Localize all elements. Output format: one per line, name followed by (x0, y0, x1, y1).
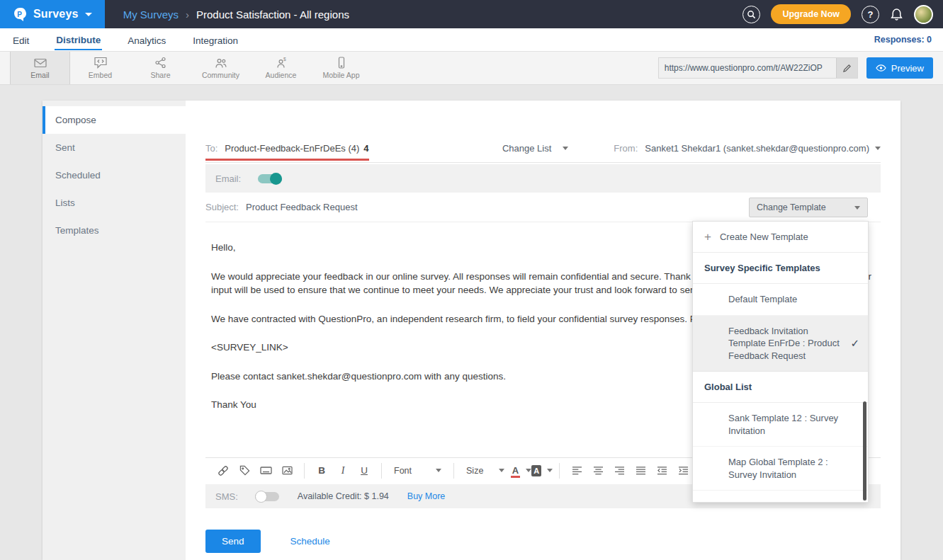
subject-label: Subject: (205, 202, 239, 212)
font-size-dropdown[interactable]: Size (461, 466, 510, 476)
channel-audience[interactable]: $ Audience (251, 52, 311, 84)
change-template-dropdown-menu: + Create New Template Survey Specific Te… (692, 221, 869, 503)
sidebar-item-compose[interactable]: Compose (43, 106, 186, 134)
sidebar-item-lists[interactable]: Lists (43, 189, 186, 217)
tab-integration[interactable]: Integration (191, 30, 239, 50)
chevron-down-icon (526, 469, 531, 472)
align-justify-icon[interactable] (630, 462, 651, 480)
change-template-label: Change Template (757, 202, 826, 212)
toolbar-separator (453, 463, 454, 479)
product-menu-label: Surveys (33, 8, 79, 21)
toolbar-separator (559, 463, 560, 479)
toggle-knob (255, 491, 267, 503)
italic-button[interactable]: I (332, 462, 354, 480)
tab-edit[interactable]: Edit (11, 30, 30, 50)
change-list-dropdown[interactable]: Change List (502, 143, 568, 154)
subject-input[interactable]: Product Feedback Request (246, 202, 358, 212)
buy-more-link[interactable]: Buy More (407, 491, 446, 501)
sidebar-item-scheduled[interactable]: Scheduled (43, 161, 186, 189)
surveys-product-menu[interactable]: P Surveys (0, 0, 105, 28)
bold-button[interactable]: B (311, 462, 332, 480)
dropdown-scrollbar[interactable] (863, 401, 866, 501)
page-title: Product Satisfaction - All regions (196, 8, 349, 21)
user-avatar[interactable] (914, 5, 933, 24)
insert-link-icon[interactable] (213, 462, 234, 480)
email-toggle-row: Email: (205, 164, 881, 193)
underline-button[interactable]: U (354, 462, 375, 480)
breadcrumb-my-surveys[interactable]: My Surveys (123, 8, 179, 21)
insert-image-icon[interactable] (276, 462, 298, 480)
survey-specific-templates-header: Survey Specific Templates (693, 253, 868, 284)
sidebar-item-sent[interactable]: Sent (43, 134, 186, 161)
channel-mobile-app[interactable]: Mobile App (311, 52, 371, 84)
email-toggle[interactable] (258, 174, 282, 183)
align-left-icon[interactable] (566, 462, 587, 480)
help-icon[interactable]: ? (862, 6, 879, 23)
size-label: Size (466, 466, 483, 476)
email-sidebar: Compose Sent Scheduled Lists Templates (43, 101, 186, 560)
font-label: Font (394, 466, 412, 476)
top-bar: P Surveys My Surveys › Product Satisfact… (0, 0, 943, 28)
pencil-icon (842, 64, 852, 73)
to-recipient-count: 4 (363, 143, 368, 154)
channel-email[interactable]: Email (10, 52, 70, 84)
compose-actions: Send Schedule (205, 530, 881, 553)
schedule-link[interactable]: Schedule (290, 536, 330, 547)
outdent-icon[interactable] (651, 462, 672, 480)
tag-icon[interactable] (234, 462, 255, 480)
tab-analytics[interactable]: Analytics (126, 30, 167, 50)
survey-nav-tabs: Edit Distribute Analytics Integration Re… (0, 28, 943, 52)
channel-share[interactable]: Share (130, 52, 191, 84)
template-item-map-global-template-2[interactable]: Map Global Template 2 : Survey Invitatio… (693, 447, 868, 491)
sms-label: SMS: (215, 491, 238, 502)
channel-label: Community (202, 71, 239, 79)
create-new-template-item[interactable]: + Create New Template (693, 222, 868, 253)
channel-embed[interactable]: Embed (70, 52, 130, 84)
toolbar-separator (381, 463, 382, 479)
upgrade-now-button[interactable]: Upgrade Now (771, 4, 851, 24)
survey-url[interactable]: https://www.questionpro.com/t/AW22ZiOP (659, 63, 836, 73)
from-label: From: (614, 143, 638, 154)
breadcrumb-separator: › (186, 8, 189, 21)
send-button[interactable]: Send (205, 530, 261, 553)
change-list-label: Change List (502, 143, 551, 154)
recipient-row: To: Product-Feedback-EnFrDeEs (4) 4 Chan… (205, 135, 881, 163)
font-family-dropdown[interactable]: Font (388, 466, 447, 476)
community-icon (215, 57, 227, 69)
channel-community[interactable]: Community (191, 52, 251, 84)
search-icon[interactable] (742, 6, 760, 23)
keyboard-icon[interactable] (255, 462, 276, 480)
sidebar-item-templates[interactable]: Templates (43, 217, 186, 244)
audience-icon: $ (275, 57, 288, 69)
text-color-button[interactable]: A (510, 462, 531, 480)
template-item-test-global-test-g[interactable]: Test Global Test G : Test RAA G (693, 491, 868, 503)
chevron-down-icon (563, 147, 568, 150)
template-item-feedback-invitation[interactable]: Feedback Invitation Template EnFrDe : Pr… (693, 316, 868, 372)
toggle-knob (270, 173, 282, 185)
edit-url-button[interactable] (836, 57, 857, 79)
tab-distribute[interactable]: Distribute (55, 30, 102, 50)
notifications-bell-icon[interactable] (890, 8, 903, 21)
template-item-default[interactable]: Default Template (693, 284, 868, 316)
align-center-icon[interactable] (587, 462, 609, 480)
template-item-sank-template-12[interactable]: Sank Template 12 : Survey Invitation (693, 403, 868, 447)
from-dropdown[interactable]: From: Sanket1 Shekdar1 (sanket.shekdar@q… (614, 143, 881, 154)
distribute-channel-bar: Email Embed Share Community $ Audience M… (0, 52, 943, 85)
chevron-down-icon (85, 13, 92, 16)
indent-icon[interactable] (672, 462, 694, 480)
background-color-button[interactable]: A (531, 462, 553, 480)
toolbar-separator (304, 463, 305, 479)
chevron-down-icon (875, 147, 881, 150)
preview-button[interactable]: Preview (866, 57, 933, 79)
responses-count[interactable]: Responses: 0 (874, 35, 932, 45)
align-right-icon[interactable] (609, 462, 630, 480)
channel-label: Email (30, 71, 49, 79)
change-template-button[interactable]: Change Template (749, 198, 868, 217)
global-list-header: Global List (693, 372, 868, 403)
svg-text:$: $ (283, 57, 286, 62)
channel-label: Share (150, 71, 170, 79)
mobile-app-icon (336, 57, 347, 69)
sms-toggle[interactable] (255, 492, 279, 501)
to-list-name: Product-Feedback-EnFrDeEs (4) (225, 143, 359, 154)
to-field[interactable]: To: Product-Feedback-EnFrDeEs (4) 4 (205, 135, 369, 163)
